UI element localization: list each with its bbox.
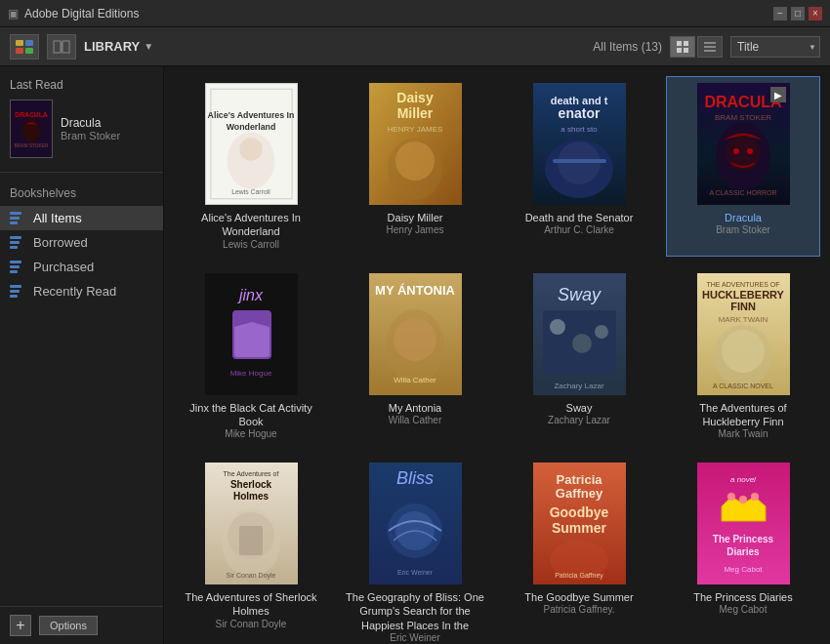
library-dropdown[interactable]: LIBRARY ▼ [84, 39, 153, 54]
svg-point-73 [722, 330, 765, 373]
recently-read-icon [10, 285, 25, 299]
book-cover-alice: Alice's Adventures In Wonderland Lewis C… [205, 83, 298, 205]
svg-rect-2 [16, 48, 23, 54]
book-cover-antonia: MY ÁNTONIA Willa Cather [369, 273, 462, 395]
svg-point-64 [572, 334, 592, 353]
book-item-alice[interactable]: Alice's Adventures In Wonderland Lewis C… [174, 76, 328, 257]
window-controls: − □ × [773, 7, 822, 20]
book-cover-dracula: ▶ DRACULA BRAM STOKER [697, 83, 790, 205]
bookshelf-icon[interactable] [10, 34, 39, 60]
sidebar-item-recently-read[interactable]: Recently Read [0, 279, 163, 303]
book-item-sherlock[interactable]: The Adventures of Sherlock Holmes Sir Co… [174, 456, 328, 644]
last-read-book-title: Dracula [61, 116, 153, 130]
book-item-daisy[interactable]: Daisy Miller HENRY JAMES Daisy Miller He… [338, 76, 492, 257]
book-cover-daisy: Daisy Miller HENRY JAMES [369, 83, 462, 205]
close-button[interactable]: × [809, 7, 822, 20]
svg-text:DRACULA: DRACULA [15, 111, 47, 118]
svg-text:FINN: FINN [730, 301, 756, 312]
svg-point-45 [726, 136, 761, 171]
book-item-antonia[interactable]: MY ÁNTONIA Willa Cather My Antonia Willa… [338, 266, 492, 447]
svg-text:Daisy: Daisy [396, 90, 434, 105]
last-read-label: Last Read [10, 78, 153, 92]
svg-text:Patricia: Patricia [556, 472, 602, 487]
book-title-jinx: Jinx the Black Cat Activity Book [181, 401, 321, 429]
svg-rect-4 [54, 41, 61, 53]
last-read-book-author: Bram Stoker [61, 130, 153, 141]
svg-text:Mike Hogue: Mike Hogue [229, 369, 271, 378]
list-view-button[interactable] [697, 36, 723, 58]
book-item-bliss[interactable]: Bliss Eric Weiner The Geography of Bliss… [338, 456, 492, 644]
book-item-goodbye[interactable]: Patricia Gaffney Goodbye Summer Patricia… [502, 456, 656, 644]
book-item-princess[interactable]: a novel The Princess Diaries Meg Cabot T… [666, 456, 820, 644]
book-title-daisy: Daisy Miller [388, 211, 443, 224]
book-author-alice: Lewis Carroll [223, 239, 279, 250]
borrowed-icon [10, 236, 25, 250]
book-item-death[interactable]: death and t enator a short sto Death and… [502, 76, 656, 257]
maximize-button[interactable]: □ [791, 7, 805, 20]
svg-text:Eric Weiner: Eric Weiner [396, 569, 433, 576]
sort-wrapper: Title Author Date Added Publisher [730, 36, 820, 58]
svg-text:a novel: a novel [730, 475, 756, 484]
svg-text:Sherlock: Sherlock [229, 479, 271, 490]
svg-rect-3 [25, 48, 33, 54]
svg-text:The Adventures of: The Adventures of [223, 470, 278, 477]
sidebar-item-all-items[interactable]: All Items [0, 206, 163, 230]
svg-rect-39 [553, 159, 606, 163]
svg-rect-0 [16, 40, 23, 46]
sort-select[interactable]: Title Author Date Added Publisher [730, 36, 820, 58]
svg-text:a short sto: a short sto [560, 125, 598, 134]
book-author-antonia: Willa Cather [389, 415, 441, 425]
view-toggle [670, 36, 723, 58]
sidebar-item-borrowed[interactable]: Borrowed [0, 230, 163, 255]
svg-text:THE ADVENTURES OF: THE ADVENTURES OF [706, 281, 779, 288]
book-cover-death: death and t enator a short sto [533, 83, 626, 205]
svg-rect-9 [677, 48, 682, 53]
sidebar-item-label-recently-read: Recently Read [33, 284, 116, 299]
reading-icon[interactable] [47, 34, 76, 60]
svg-point-31 [395, 141, 435, 181]
svg-point-47 [747, 148, 753, 154]
sidebar-item-label-borrowed: Borrowed [33, 235, 88, 250]
book-title-alice: Alice's Adventures In Wonderland [181, 211, 321, 239]
main-layout: Last Read DRACULA BRAM STOKER Dracu [0, 66, 830, 644]
add-shelf-button[interactable]: + [10, 615, 31, 636]
last-read-item[interactable]: DRACULA BRAM STOKER Dracula Bram Stoker [10, 100, 153, 158]
book-author-dracula: Bram Stoker [716, 224, 770, 235]
svg-text:Gaffney: Gaffney [555, 486, 602, 501]
book-author-jinx: Mike Hogue [225, 428, 276, 439]
options-button[interactable]: Options [39, 616, 98, 635]
items-count: All Items (13) [593, 40, 662, 54]
svg-text:Alice's Adventures In: Alice's Adventures In [207, 110, 294, 120]
book-grid: Alice's Adventures In Wonderland Lewis C… [174, 76, 820, 644]
book-item-jinx[interactable]: jinx Mike Hogue Jinx the Black Cat Activ… [174, 266, 328, 447]
last-read-section: Last Read DRACULA BRAM STOKER Dracu [0, 66, 163, 168]
book-cover-goodbye: Patricia Gaffney Goodbye Summer Patricia… [533, 463, 626, 584]
book-author-princess: Meg Cabot [720, 604, 768, 615]
book-author-sway: Zachary Lazar [548, 415, 610, 425]
dracula-thumbnail: DRACULA BRAM STOKER [11, 101, 52, 157]
svg-point-98 [727, 493, 735, 501]
library-label: LIBRARY [84, 39, 140, 54]
svg-text:BRAM STOKER: BRAM STOKER [714, 113, 770, 122]
sidebar-item-purchased[interactable]: Purchased [0, 255, 163, 279]
sidebar-bottom: + Options [0, 606, 163, 644]
svg-point-46 [733, 148, 739, 154]
svg-text:Holmes: Holmes [232, 491, 269, 502]
book-item-huck[interactable]: THE ADVENTURES OF HUCKLEBERRY FINN MARK … [666, 266, 820, 447]
book-author-goodbye: Patricia Gaffney. [544, 604, 615, 615]
purchased-icon [10, 261, 25, 274]
svg-text:enator: enator [558, 105, 600, 121]
book-title-dracula: Dracula [725, 211, 762, 224]
svg-text:jinx: jinx [236, 287, 263, 303]
grid-view-button[interactable] [670, 36, 695, 58]
svg-point-58 [394, 318, 436, 361]
svg-text:BRAM STOKER: BRAM STOKER [14, 143, 49, 148]
book-item-sway[interactable]: Sway Zachary Lazar Sway Zachary Lazar [502, 266, 656, 447]
svg-text:Wonderland: Wonderland [226, 122, 275, 132]
app-title: Adobe Digital Editions [24, 7, 773, 20]
minimize-button[interactable]: − [773, 7, 787, 20]
svg-rect-12 [704, 46, 716, 48]
book-expand-icon[interactable]: ▶ [770, 87, 786, 102]
book-title-goodbye: The Goodbye Summer [524, 590, 633, 604]
book-item-dracula[interactable]: ▶ DRACULA BRAM STOKER [666, 76, 820, 257]
